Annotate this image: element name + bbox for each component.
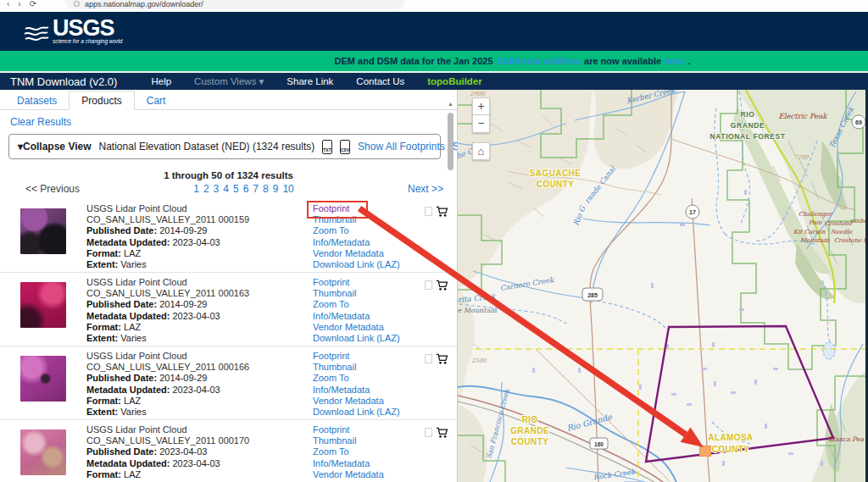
back-icon[interactable]: ‹ — [7, 0, 9, 8]
preview-icon — [425, 280, 432, 290]
zoom-in-button[interactable]: + — [472, 97, 490, 115]
footprint-link[interactable]: Footprint — [313, 277, 413, 288]
collapse-view-toggle[interactable]: ▾Collapse View — [18, 141, 92, 152]
usgs-logo-text: USGS — [53, 19, 122, 37]
county-label: SAGUACHE — [530, 169, 581, 178]
page-link[interactable]: 8 — [263, 183, 269, 195]
scrollbar-thumb[interactable] — [448, 113, 453, 170]
result-row: USGS Lidar Point Cloud CO_SAN_LUIS_VALLE… — [0, 273, 457, 346]
page-link[interactable]: 1 — [193, 183, 199, 195]
zoom-to-link[interactable]: Zoom To — [313, 446, 413, 457]
page-link[interactable]: 3 — [214, 183, 220, 195]
map-canvas[interactable]: 17 285 160 69 2900 2500 7700 Kerber Cree… — [458, 90, 868, 482]
info-metadata-link[interactable]: Info/Metadata — [313, 237, 413, 248]
page-link[interactable]: 2 — [203, 183, 209, 195]
peak-label: Poin — [809, 219, 822, 226]
vendor-metadata-link[interactable]: Vendor Metadata — [313, 396, 413, 407]
zoom-to-link[interactable]: Zoom To — [313, 225, 413, 236]
info-metadata-link[interactable]: Info/Metadata — [313, 385, 413, 396]
preview-icon — [425, 207, 432, 216]
pagination: << Previous 12345678910 Next >> — [0, 183, 457, 195]
creek-label: Rock Creek — [593, 467, 637, 481]
show-all-footprints-link[interactable]: Show All Footprints — [358, 141, 445, 152]
forest-label: NATIONAL FOREST — [710, 132, 786, 141]
page-link[interactable]: 9 — [273, 183, 279, 195]
next-page-link[interactable]: Next >> — [408, 183, 443, 195]
usgs-wave-icon — [24, 24, 49, 44]
zoom-to-link[interactable]: Zoom To — [313, 299, 413, 310]
page-link[interactable]: 7 — [253, 183, 259, 195]
page-link[interactable]: 5 — [233, 183, 239, 195]
address-bar[interactable]: apps.nationalmap.gov/downloader/ — [65, 0, 404, 9]
thumbnail-link[interactable]: Thumbnail — [313, 362, 413, 373]
browser-bar: ‹ › ⟳ apps.nationalmap.gov/downloader/ — [0, 0, 868, 12]
banner-wildfires-link[interactable]: California wildfires — [498, 56, 581, 66]
nav-custom-views[interactable]: Custom Views ▾ — [194, 75, 264, 87]
vendor-metadata-link[interactable]: Vendor Metadata — [313, 322, 413, 333]
download-link[interactable]: Download Link (LAZ) — [313, 259, 413, 270]
tab-bar: Datasets Products Cart — [0, 90, 457, 110]
footprint-link[interactable]: Footprint — [313, 351, 413, 362]
creek-label: San Francisco Creek — [485, 387, 511, 459]
nav-help[interactable]: Help — [151, 76, 171, 86]
dataset-summary: National Elevation Dataset (NED) (1324 r… — [99, 141, 315, 152]
scrollbar-up-arrow[interactable]: ▲ — [446, 101, 455, 111]
info-metadata-link[interactable]: Info/Metadata — [313, 311, 413, 322]
thumbnail-link[interactable]: Thumbnail — [313, 214, 413, 225]
tab-datasets[interactable]: Datasets — [5, 91, 69, 109]
tab-products[interactable]: Products — [69, 91, 134, 110]
vendor-metadata-link[interactable]: Vendor Metadata — [313, 469, 413, 480]
result-thumbnail[interactable] — [20, 208, 66, 254]
url-text[interactable]: apps.nationalmap.gov/downloader/ — [85, 0, 203, 8]
zoom-out-button[interactable]: − — [472, 115, 490, 133]
previous-page-link[interactable]: << Previous — [25, 183, 80, 195]
route-17-shield: 17 — [689, 209, 696, 215]
export-txt-icon[interactable]: TXT — [322, 140, 331, 154]
panel-scrollbar[interactable]: ▲ — [446, 101, 455, 482]
contour-label: 2500 — [471, 357, 487, 364]
county-label: COUNTY — [712, 445, 750, 454]
zoom-to-link[interactable]: Zoom To — [313, 373, 413, 384]
result-thumbnail[interactable] — [20, 282, 66, 328]
reload-icon[interactable]: ⟳ — [30, 0, 36, 8]
result-title: USGS Lidar Point Cloud CO_SAN_LUIS_VALLE… — [86, 277, 313, 299]
footprint-link[interactable]: Footprint — [313, 203, 349, 213]
page-number-links: 12345678910 — [80, 183, 408, 195]
nav-topobuilder[interactable]: topoBuilder — [427, 76, 482, 86]
result-thumbnail[interactable] — [20, 429, 66, 475]
banner-here-link[interactable]: here — [665, 56, 684, 66]
result-thumbnail[interactable] — [20, 356, 66, 402]
published-date: 2014-09-29 — [159, 299, 207, 309]
published-date: 2014-09-29 — [159, 225, 207, 235]
thumbnail-link[interactable]: Thumbnail — [313, 288, 413, 299]
page-link[interactable]: 10 — [282, 183, 293, 195]
selected-tile-marker[interactable] — [700, 446, 711, 457]
result-row: USGS Lidar Point Cloud CO_SAN_LUIS_VALLE… — [0, 346, 457, 420]
tab-cart[interactable]: Cart — [135, 91, 178, 109]
format: LAZ — [124, 469, 141, 479]
announcement-banner: DEM and DSM data for the Jan 2025 Califo… — [0, 51, 868, 73]
county-label: GRANDE — [510, 426, 549, 435]
usgs-logo[interactable]: USGS science for a changing world — [24, 19, 122, 44]
banner-period: . — [687, 56, 690, 66]
page-link[interactable]: 6 — [243, 183, 249, 195]
download-link[interactable]: Download Link (LAZ) — [313, 333, 413, 344]
county-label: COUNTY — [537, 180, 575, 189]
forward-icon[interactable]: › — [18, 0, 20, 8]
footprint-link[interactable]: Footprint — [313, 424, 413, 435]
format: LAZ — [124, 248, 141, 258]
map-svg[interactable]: 17 285 160 69 2900 2500 7700 Kerber Cree… — [458, 90, 868, 482]
info-metadata-link[interactable]: Info/Metadata — [313, 458, 413, 469]
home-extent-button[interactable]: ⌂ — [472, 142, 490, 160]
contour-label: 7700 — [793, 154, 809, 161]
export-csv-icon[interactable]: CSV — [340, 140, 350, 154]
nav-share-link[interactable]: Share Link — [287, 76, 333, 86]
download-link[interactable]: Download Link (LAZ) — [313, 407, 413, 418]
page-link[interactable]: 4 — [223, 183, 229, 195]
county-label: ALAMOSA — [708, 433, 753, 442]
nav-contact-us[interactable]: Contact Us — [356, 76, 404, 86]
thumbnail-link[interactable]: Thumbnail — [313, 435, 413, 446]
banner-text-mid: are now available — [584, 56, 661, 66]
vendor-metadata-link[interactable]: Vendor Metadata — [313, 248, 413, 259]
clear-results-link[interactable]: Clear Results — [10, 116, 71, 128]
